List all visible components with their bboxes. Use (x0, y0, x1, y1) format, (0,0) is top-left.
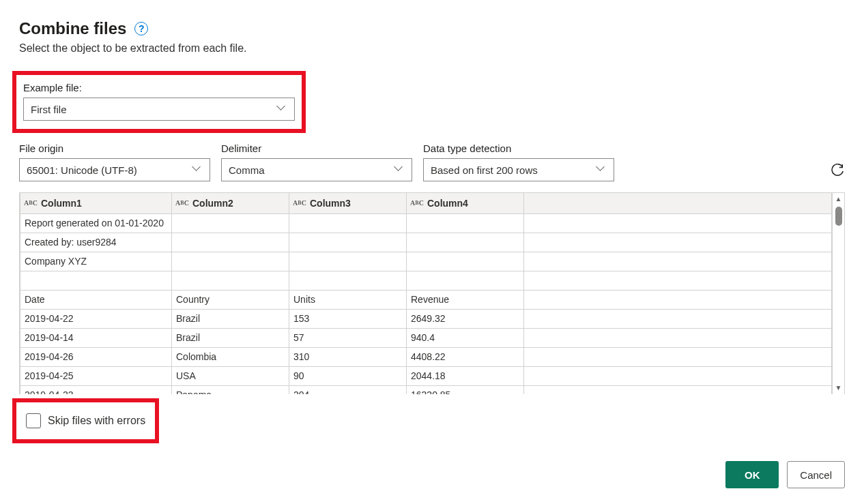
skip-files-label: Skip files with errors (48, 415, 145, 427)
table-cell: USA (172, 366, 289, 385)
table-cell: Brazil (172, 309, 289, 328)
delimiter-dropdown[interactable]: Comma (221, 158, 412, 181)
table-cell: 2019-04-22 (20, 309, 172, 328)
chevron-down-icon (597, 165, 607, 175)
delimiter-value: Comma (229, 164, 265, 176)
delimiter-label: Delimiter (221, 143, 412, 154)
table-cell (289, 252, 407, 271)
file-origin-dropdown[interactable]: 65001: Unicode (UTF-8) (19, 158, 210, 181)
table-cell (407, 233, 524, 252)
table-cell: 90 (289, 366, 407, 385)
table-cell-filler (524, 385, 832, 394)
table-cell: Panama (172, 385, 289, 394)
table-cell: 2019-04-26 (20, 347, 172, 366)
text-type-icon: ABC (176, 198, 188, 209)
example-file-label: Example file: (23, 82, 295, 93)
table-cell-filler (524, 252, 832, 271)
refresh-icon[interactable] (830, 164, 845, 179)
table-cell: Date (20, 290, 172, 309)
table-cell-filler (524, 290, 832, 309)
scroll-track[interactable] (833, 204, 844, 383)
table-cell (172, 233, 289, 252)
data-type-detection-dropdown[interactable]: Based on first 200 rows (423, 158, 614, 181)
table-cell: 2019-04-25 (20, 366, 172, 385)
table-cell: Company XYZ (20, 252, 172, 271)
table-cell (407, 271, 524, 290)
dialog-subtitle: Select the object to be extracted from e… (19, 42, 845, 55)
table-row: 2019-04-14Brazil57940.4 (20, 328, 832, 347)
table-row (20, 271, 832, 290)
table-row: 2019-04-26Colombia3104408.22 (20, 347, 832, 366)
column-name: Column1 (41, 198, 82, 209)
table-cell: 310 (289, 347, 407, 366)
table-cell: Colombia (172, 347, 289, 366)
column-name: Column4 (427, 198, 468, 209)
scroll-thumb[interactable] (835, 207, 842, 226)
text-type-icon: ABC (411, 198, 423, 209)
table-cell (172, 271, 289, 290)
table-cell: Report generated on 01-01-2020 (20, 213, 172, 233)
table-row: Created by: user9284 (20, 233, 832, 252)
table-cell: 4408.22 (407, 347, 524, 366)
table-cell: 2019-04-14 (20, 328, 172, 347)
table-cell (172, 213, 289, 233)
table-cell: Units (289, 290, 407, 309)
table-cell: Revenue (407, 290, 524, 309)
table-cell (20, 271, 172, 290)
table-row: 2019-04-22Brazil1532649.32 (20, 309, 832, 328)
column-name: Column3 (310, 198, 351, 209)
table-cell-filler (524, 233, 832, 252)
table-cell (172, 252, 289, 271)
table-row: Report generated on 01-01-2020 (20, 213, 832, 233)
table-cell: Country (172, 290, 289, 309)
table-cell-filler (524, 213, 832, 233)
text-type-icon: ABC (293, 198, 306, 209)
table-cell: 153 (289, 309, 407, 328)
ok-button[interactable]: OK (725, 461, 779, 488)
table-cell (407, 213, 524, 233)
text-type-icon: ABC (25, 198, 37, 209)
table-cell (289, 271, 407, 290)
dialog-title: Combine files (19, 19, 126, 38)
scroll-up-icon[interactable]: ▲ (835, 194, 842, 204)
table-cell-filler (524, 309, 832, 328)
table-cell (289, 233, 407, 252)
column-header[interactable]: ABCColumn2 (172, 193, 289, 213)
table-cell: 2019-04-23 (20, 385, 172, 394)
table-cell: 940.4 (407, 328, 524, 347)
table-cell: 2044.18 (407, 366, 524, 385)
skip-files-checkbox[interactable] (26, 413, 41, 428)
cancel-button[interactable]: Cancel (787, 461, 845, 488)
file-origin-value: 65001: Unicode (UTF-8) (27, 164, 137, 176)
chevron-down-icon (278, 104, 287, 114)
data-type-detection-value: Based on first 200 rows (431, 164, 538, 176)
table-cell-filler (524, 328, 832, 347)
scroll-down-icon[interactable]: ▼ (835, 383, 842, 393)
example-file-value: First file (31, 104, 67, 115)
column-header[interactable]: ABCColumn3 (289, 193, 407, 213)
table-cell-filler (524, 366, 832, 385)
table-cell: Brazil (172, 328, 289, 347)
vertical-scrollbar[interactable]: ▲ ▼ (832, 193, 844, 394)
column-header[interactable]: ABCColumn4 (407, 193, 524, 213)
column-name: Column2 (192, 198, 233, 209)
column-header[interactable]: ABCColumn1 (20, 193, 172, 213)
column-header-filler (524, 193, 832, 213)
table-row: 2019-04-25USA902044.18 (20, 366, 832, 385)
table-cell: Created by: user9284 (20, 233, 172, 252)
preview-table: ABCColumn1ABCColumn2ABCColumn3ABCColumn4… (20, 193, 832, 394)
help-icon[interactable]: ? (134, 22, 148, 35)
table-cell-filler (524, 347, 832, 366)
skip-files-highlight: Skip files with errors (12, 398, 159, 443)
table-cell: 2649.32 (407, 309, 524, 328)
file-origin-label: File origin (19, 143, 210, 154)
chevron-down-icon (395, 165, 405, 175)
example-file-dropdown[interactable]: First file (23, 98, 295, 121)
preview-table-container: ABCColumn1ABCColumn2ABCColumn3ABCColumn4… (19, 192, 845, 394)
table-row: 2019-04-23Panama20416330.85 (20, 385, 832, 394)
table-cell (407, 252, 524, 271)
table-cell: 204 (289, 385, 407, 394)
chevron-down-icon (193, 165, 203, 175)
data-type-detection-label: Data type detection (423, 143, 614, 154)
table-cell (289, 213, 407, 233)
